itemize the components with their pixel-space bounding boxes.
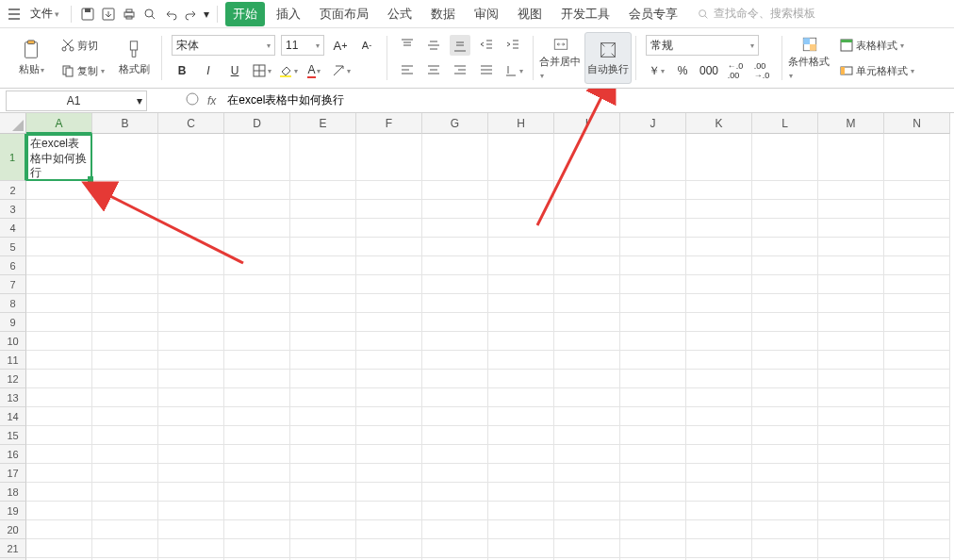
cell[interactable] [620,426,686,445]
cell[interactable] [92,370,158,388]
cell[interactable] [356,407,422,426]
cell[interactable] [752,332,818,351]
cell[interactable] [92,445,158,464]
cell[interactable] [620,313,686,332]
cell[interactable] [554,181,620,200]
cell[interactable] [224,294,290,313]
cell[interactable] [158,539,224,558]
cell[interactable] [356,294,422,313]
cell[interactable] [488,464,554,483]
increase-font-button[interactable]: A+ [330,35,351,56]
cell[interactable] [356,370,422,388]
cell[interactable] [752,388,818,407]
cell[interactable] [488,275,554,294]
cell[interactable] [554,502,620,520]
print-preview-icon[interactable] [141,6,158,23]
col-header-N[interactable]: N [884,113,950,134]
select-all-corner[interactable] [0,113,26,134]
search-box[interactable]: 查找命令、搜索模板 [697,6,815,22]
cell[interactable] [620,445,686,464]
col-header-I[interactable]: I [554,113,620,134]
cell[interactable] [488,313,554,332]
cell[interactable] [356,502,422,520]
cell[interactable] [422,539,488,558]
cell[interactable] [818,200,884,219]
cell[interactable] [752,407,818,426]
cell[interactable] [554,483,620,502]
cell[interactable] [92,256,158,275]
cell[interactable] [818,426,884,445]
cell[interactable] [620,181,686,200]
cell[interactable] [356,275,422,294]
cell[interactable] [554,238,620,256]
cell[interactable] [422,407,488,426]
cell[interactable] [356,426,422,445]
cell[interactable] [818,313,884,332]
cell[interactable] [26,388,92,407]
cell[interactable] [884,200,950,219]
cell[interactable] [752,483,818,502]
cell[interactable] [224,256,290,275]
cell[interactable] [422,426,488,445]
tab-data[interactable]: 数据 [423,2,463,26]
cell[interactable] [884,275,950,294]
align-left-button[interactable] [397,60,418,81]
save-as-icon[interactable] [100,6,117,23]
cell[interactable] [884,332,950,351]
cell[interactable] [752,351,818,370]
cell[interactable] [26,294,92,313]
cell[interactable] [752,313,818,332]
cell[interactable] [554,388,620,407]
cell[interactable] [356,445,422,464]
cell[interactable] [290,445,356,464]
col-header-C[interactable]: C [158,113,224,134]
cell[interactable] [884,294,950,313]
cell[interactable] [290,351,356,370]
cell[interactable] [158,388,224,407]
menu-icon[interactable] [6,6,23,23]
format-painter-button[interactable]: 格式刷 [110,32,157,84]
cell[interactable] [158,200,224,219]
cell[interactable] [620,294,686,313]
cell[interactable] [26,464,92,483]
cell[interactable] [92,539,158,558]
cell[interactable] [488,238,554,256]
cell[interactable] [290,502,356,520]
cell[interactable] [554,200,620,219]
cells-area[interactable]: 在excel表格中如何换行 // placeholder – real rows… [26,134,950,560]
qat-dropdown-icon[interactable]: ▾ [204,8,209,21]
cell[interactable] [26,332,92,351]
cell[interactable] [686,370,752,388]
cell[interactable] [158,294,224,313]
border-button[interactable]: ▾ [251,60,271,81]
cell[interactable] [290,134,356,181]
cell[interactable] [26,520,92,539]
currency-button[interactable]: ￥▾ [646,60,666,81]
cell[interactable] [488,370,554,388]
cell[interactable] [488,445,554,464]
cell[interactable] [26,200,92,219]
cell[interactable] [818,388,884,407]
col-header-H[interactable]: H [488,113,554,134]
cell[interactable] [422,370,488,388]
cell[interactable] [290,464,356,483]
cell[interactable] [488,407,554,426]
cell[interactable] [884,502,950,520]
cell[interactable] [26,181,92,200]
cell[interactable] [884,407,950,426]
cell[interactable] [290,256,356,275]
cell[interactable] [224,483,290,502]
cell[interactable] [884,238,950,256]
cell[interactable] [290,520,356,539]
cell[interactable] [356,539,422,558]
cell[interactable] [356,520,422,539]
cell[interactable] [224,388,290,407]
cell[interactable] [290,388,356,407]
cell[interactable] [686,520,752,539]
cell[interactable] [224,502,290,520]
cell[interactable] [158,134,224,181]
cell[interactable] [686,539,752,558]
col-header-B[interactable]: B [92,113,158,134]
cell[interactable] [488,332,554,351]
cell[interactable] [92,238,158,256]
